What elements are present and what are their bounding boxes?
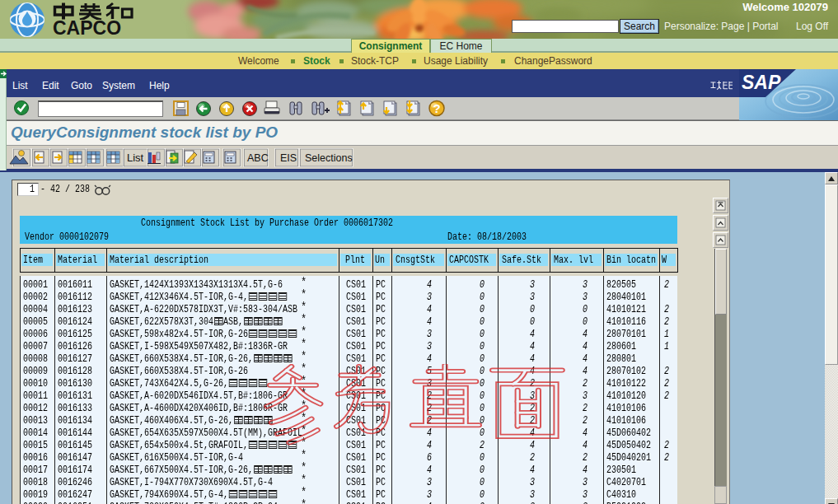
svg-text:List: List	[127, 152, 144, 164]
svg-text:EIS: EIS	[280, 152, 297, 164]
svg-text:Selections: Selections	[305, 152, 353, 164]
svg-text:ABC: ABC	[247, 152, 269, 164]
svg-text:?: ?	[433, 101, 440, 115]
svg-text:SAP: SAP	[742, 72, 781, 93]
